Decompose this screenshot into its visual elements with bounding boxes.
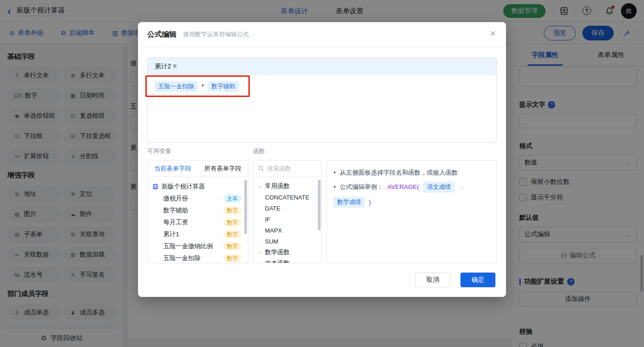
form-root-node[interactable]: 新版个税计算器	[152, 181, 248, 193]
formula-edit-modal: 公式编辑 使用数学运算符编辑公式 × 累计2 = 五险一金扣除 * 数字辅助 可…	[138, 22, 506, 297]
formula-expression[interactable]: 五险一金扣除 * 数字辅助	[148, 75, 496, 97]
function-group-label: 文本函数	[265, 259, 290, 263]
function-item[interactable]: IF	[258, 214, 322, 225]
scrollbar-thumb[interactable]	[318, 180, 321, 230]
function-item[interactable]: DATE	[258, 203, 322, 214]
bullet: •	[334, 168, 336, 178]
formula-editor[interactable]: 累计2 = 五险一金扣除 * 数字辅助	[147, 57, 497, 142]
function-group-label: 数学函数	[265, 248, 290, 256]
app-screen: ‹ 新版个税计算器 表单设计 表单设置 数据管理 ?	[0, 0, 644, 347]
variable-name: 五险一金扣除	[163, 254, 201, 262]
help-example-comma: ，	[459, 182, 465, 192]
type-badge: 数字	[223, 206, 242, 215]
functions-label: 函数	[253, 147, 265, 155]
variables-tabs: 当前表单字段 所有表单字段	[148, 160, 248, 177]
variable-name: 五险一金缴纳比例	[163, 242, 213, 250]
formula-field-chip[interactable]: 数字辅助	[207, 81, 239, 92]
variable-row[interactable]: 五险一金缴纳比例数字	[152, 240, 248, 252]
type-badge: 数字	[223, 218, 242, 227]
modal-title: 公式编辑	[147, 30, 177, 40]
help-example-chip: 数学成绩	[334, 197, 365, 208]
function-group-label: 常用函数	[265, 182, 290, 190]
chevron-right-icon: ›	[258, 250, 263, 255]
function-search-input[interactable]: 搜索函数	[253, 160, 322, 177]
variable-row[interactable]: 缴税月份文本	[152, 193, 248, 205]
document-icon	[152, 183, 159, 190]
variable-row[interactable]: 每月工资数字	[152, 216, 248, 228]
modal-header: 公式编辑 使用数学运算符编辑公式	[138, 22, 506, 47]
type-badge: 数字	[223, 242, 242, 250]
variables-panel: 当前表单字段 所有表单字段 新版个税计算器 缴税月份文本 数字辅助数字 每月工资…	[147, 160, 248, 263]
tab-current-form-fields[interactable]: 当前表单字段	[148, 160, 198, 176]
function-item[interactable]: CONCATENATE	[258, 192, 322, 203]
help-example-prefix: 公式编辑举例：	[340, 182, 384, 192]
variable-name: 缴税月份	[163, 194, 188, 203]
function-item[interactable]: MAPX	[258, 225, 322, 236]
help-tip-text: 从左侧面板选择字段名和函数，或输入函数	[340, 168, 458, 178]
search-placeholder: 搜索函数	[267, 165, 291, 173]
variable-name: 数字辅助	[163, 206, 188, 215]
available-variables-label: 可用变量	[147, 147, 171, 155]
variables-tree: 新版个税计算器 缴税月份文本 数字辅助数字 每月工资数字 累计1数字 五险一金缴…	[148, 177, 248, 263]
search-icon	[258, 165, 264, 171]
chevron-down-icon: ⌄	[258, 183, 263, 189]
function-group-math[interactable]: › 数学函数	[258, 247, 322, 258]
tab-all-form-fields[interactable]: 所有表单字段	[198, 160, 248, 176]
type-badge: 文本	[223, 194, 242, 203]
function-group-text[interactable]: › 文本函数	[258, 258, 322, 263]
function-group-common[interactable]: ⌄ 常用函数	[258, 181, 322, 192]
formula-field-chip[interactable]: 五险一金扣除	[155, 81, 198, 92]
confirm-button[interactable]: 确定	[460, 273, 495, 287]
variable-name: 每月工资	[163, 218, 188, 227]
help-tip-1: • 从左侧面板选择字段名和函数，或输入函数	[334, 168, 490, 178]
formula-operator: *	[201, 83, 204, 90]
close-icon[interactable]: ×	[490, 28, 496, 39]
function-item[interactable]: SUM	[258, 236, 322, 247]
variable-row[interactable]: 累计1数字	[152, 228, 248, 240]
help-example-close-paren: )	[369, 197, 371, 207]
functions-panel: 搜索函数 ⌄ 常用函数 CONCATENATE DATE IF MAPX SUM…	[253, 160, 322, 263]
type-badge: 数字	[223, 254, 242, 262]
functions-tree: ⌄ 常用函数 CONCATENATE DATE IF MAPX SUM › 数学…	[253, 177, 322, 263]
modal-subtitle: 使用数学运算符编辑公式	[183, 30, 249, 39]
variable-row[interactable]: 数字辅助数字	[152, 205, 248, 216]
chevron-right-icon: ›	[258, 261, 263, 263]
variable-row[interactable]: 五险一金扣除数字	[152, 252, 248, 263]
help-tip-2: • 公式编辑举例： AVERAGE( 语文成绩 ， 数学成绩 )	[334, 182, 490, 208]
variable-name: 累计1	[163, 230, 179, 239]
type-badge: 数字	[223, 230, 242, 239]
help-example-chip: 语文成绩	[423, 182, 454, 193]
formula-target: 累计2 =	[148, 58, 496, 75]
scrollbar-thumb[interactable]	[244, 180, 247, 234]
help-example-function: AVERAGE(	[387, 182, 419, 192]
bullet: •	[334, 182, 336, 192]
cancel-button[interactable]: 取消	[415, 273, 450, 287]
help-panel: • 从左侧面板选择字段名和函数，或输入函数 • 公式编辑举例： AVERAGE(…	[327, 160, 497, 263]
form-root-label: 新版个税计算器	[161, 182, 205, 191]
